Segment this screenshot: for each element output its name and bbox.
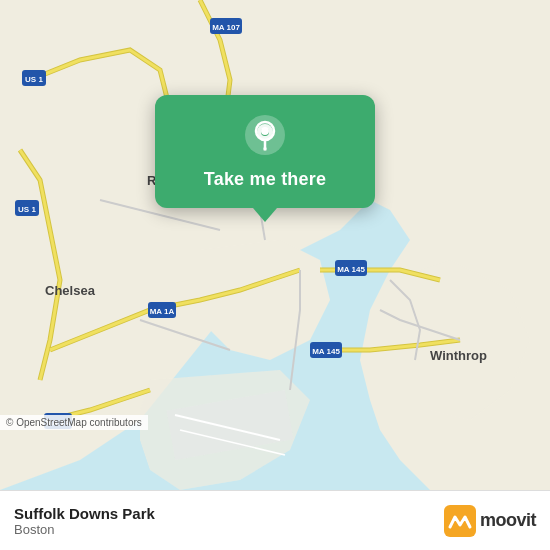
svg-point-30 — [261, 127, 269, 135]
svg-rect-32 — [444, 505, 476, 537]
bottom-bar: Suffolk Downs Park Boston moovit — [0, 490, 550, 550]
moovit-text: moovit — [480, 510, 536, 531]
svg-text:Chelsea: Chelsea — [45, 283, 96, 298]
location-pin-icon — [243, 113, 287, 157]
moovit-logo: moovit — [444, 505, 536, 537]
svg-text:Winthrop: Winthrop — [430, 348, 487, 363]
take-me-there-button[interactable]: Take me there — [204, 165, 326, 194]
location-city: Boston — [14, 522, 155, 537]
svg-point-31 — [263, 147, 267, 151]
map-container: US 1 US 1 MA 107 MA 1A MA 1A MA 145 MA 1… — [0, 0, 550, 490]
svg-text:MA 145: MA 145 — [337, 265, 365, 274]
location-name: Suffolk Downs Park — [14, 505, 155, 522]
svg-text:MA 107: MA 107 — [212, 23, 240, 32]
svg-text:MA 145: MA 145 — [312, 347, 340, 356]
svg-text:US 1: US 1 — [25, 75, 43, 84]
svg-text:US 1: US 1 — [18, 205, 36, 214]
location-info: Suffolk Downs Park Boston — [14, 505, 155, 537]
moovit-icon — [444, 505, 476, 537]
svg-text:MA 1A: MA 1A — [150, 307, 175, 316]
copyright-text: © OpenStreetMap contributors — [0, 415, 148, 430]
popup-card: Take me there — [155, 95, 375, 208]
